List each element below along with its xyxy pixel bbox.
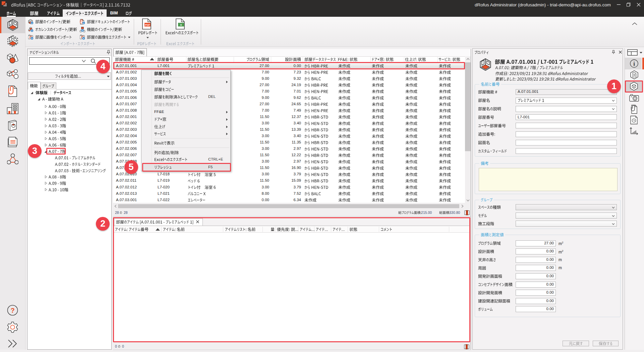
svg-text:i: i (633, 61, 635, 67)
svg-text:PDF: PDF (145, 23, 150, 26)
svg-text:?: ? (10, 307, 14, 314)
svg-text:X: X (180, 23, 182, 26)
